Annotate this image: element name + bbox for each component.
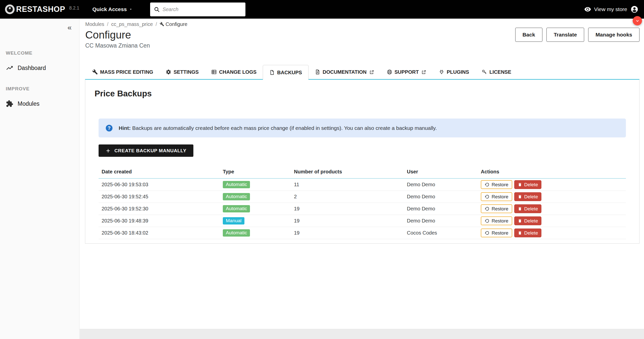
sidebar-item-modules[interactable]: Modules [0,98,79,110]
restore-button[interactable]: Restore [481,180,512,189]
tab-change-logs[interactable]: CHANGE LOGS [205,65,263,79]
page-toolbar: Back Translate Manage hooks [515,28,639,42]
tab-label: DOCUMENTATION [323,69,367,75]
tab-label: LICENSE [489,69,511,75]
trending-up-icon [6,64,13,72]
backup-date: 2025-06-30 19:48:39 [99,215,220,227]
trash-icon [518,207,522,211]
plug-icon [439,69,444,75]
backup-user: Demo Demo [404,215,478,227]
tab-documentation[interactable]: DOCUMENTATION [309,65,380,79]
hint-alert: ? Hint:Backups are automatically created… [99,119,626,137]
page-head-titles: Configure CC Masowa Zmiana Cen [85,29,150,49]
sidebar-section-improve: IMPROVE [0,86,79,92]
sidebar-item-label: Modules [18,100,39,107]
table-row: 2025-06-30 19:53:03Automatic11Demo DemoR… [99,178,626,191]
create-backup-label: CREATE BACKUP MANUALLY [114,148,186,154]
panel-heading: Price Backups [95,89,639,98]
backup-products-count: 19 [291,215,404,227]
restore-button[interactable]: Restore [481,216,512,225]
external-icon [421,70,426,74]
delete-button[interactable]: Delete [514,204,542,213]
hint-body: Backups are automatically created before… [132,125,437,131]
backup-user: Demo Demo [404,203,478,215]
table-row: 2025-06-30 19:48:39Manual19Demo DemoRest… [99,215,626,227]
page-subtitle: CC Masowa Zmiana Cen [85,42,150,49]
tab-label: BACKUPS [277,70,302,76]
breadcrumb-modules[interactable]: Modules [85,21,104,27]
delete-button[interactable]: Delete [514,216,542,225]
restore-label: Restore [492,218,508,224]
tab-plugins[interactable]: PLUGINS [433,65,475,79]
translate-button[interactable]: Translate [546,28,584,42]
file-icon [269,70,275,75]
tab-label: CHANGE LOGS [219,69,256,75]
col-type: Type [220,167,291,178]
tabs: MASS PRICE EDITINGSETTINGSCHANGE LOGSBAC… [86,65,639,79]
restore-icon [485,194,489,199]
breadcrumb-separator: / [107,21,109,27]
backup-type-cell: Automatic [220,191,291,203]
tab-settings[interactable]: SETTINGS [159,65,205,79]
quick-access-label: Quick Access [92,6,127,12]
type-badge: Automatic [223,193,250,201]
restore-label: Restore [492,194,508,200]
back-button[interactable]: Back [515,28,542,42]
delete-label: Delete [524,194,538,200]
restore-label: Restore [492,182,508,187]
page-title: Configure [85,29,150,41]
create-backup-button[interactable]: CREATE BACKUP MANUALLY [99,144,193,157]
sidebar-item-label: Dashboard [18,65,46,71]
table-row: 2025-06-30 18:43:02Automatic19Cocos Code… [99,227,626,239]
backup-user: Cocos Codes [404,227,478,239]
prestashop-logo[interactable]: RESTASHOP 8.2.1 [0,4,79,15]
backup-products-count: 19 [291,203,404,215]
trash-icon [518,231,522,235]
delete-button[interactable]: Delete [514,192,542,201]
gear-icon [166,69,171,75]
notifications-toggle[interactable] [633,16,642,25]
tab-label: MASS PRICE EDITING [100,69,153,75]
restore-button[interactable]: Restore [481,192,512,201]
restore-button[interactable]: Restore [481,204,512,213]
table-row: 2025-06-30 19:52:30Automatic19Demo DemoR… [99,203,626,215]
sidebar-item-dashboard[interactable]: Dashboard [0,62,79,74]
type-badge: Automatic [223,205,250,213]
table-header-row: Date created Type Number of products Use… [99,167,626,178]
breadcrumb-current[interactable]: Configure [160,21,187,27]
tab-mass-price-editing[interactable]: MASS PRICE EDITING [86,65,159,79]
top-header-bar: RESTASHOP 8.2.1 Quick Access View my sto… [0,0,644,19]
sidebar: « WELCOME Dashboard IMPROVE Modules [0,19,79,339]
user-avatar-icon[interactable] [630,5,638,13]
backup-date: 2025-06-30 19:53:03 [99,178,220,191]
manage-hooks-button[interactable]: Manage hooks [588,28,639,42]
eye-icon [584,6,591,13]
restore-icon [485,182,489,187]
breadcrumb-module-name[interactable]: cc_ps_mass_price [111,21,153,27]
help-circle-icon: ? [105,124,113,132]
trash-icon [518,219,522,223]
delete-label: Delete [524,206,538,212]
tab-license[interactable]: LICENSE [475,65,518,79]
caret-down-icon [129,8,133,11]
view-my-store-link[interactable]: View my store [584,6,627,13]
table-row: 2025-06-30 19:52:45Automatic2Demo DemoRe… [99,191,626,203]
tab-label: SETTINGS [174,69,199,75]
search-input[interactable] [162,3,245,16]
col-date-created: Date created [99,167,220,178]
sidebar-collapse-button[interactable]: « [67,24,72,31]
col-user: User [404,167,478,178]
view-my-store-label: View my store [594,6,627,12]
topbar-right: View my store [584,5,644,13]
backup-type-cell: Manual [220,215,291,227]
backup-actions-cell: RestoreDelete [478,191,626,203]
col-number-of-products: Number of products [291,167,404,178]
plus-icon [106,148,111,153]
delete-button[interactable]: Delete [514,229,542,237]
tab-support[interactable]: SUPPORT [380,65,433,79]
delete-button[interactable]: Delete [514,180,542,189]
main-content: Modules / cc_ps_mass_price / Configure C… [80,19,644,339]
quick-access-dropdown[interactable]: Quick Access [92,6,133,12]
restore-button[interactable]: Restore [481,229,512,237]
tab-backups[interactable]: BACKUPS [263,65,309,80]
